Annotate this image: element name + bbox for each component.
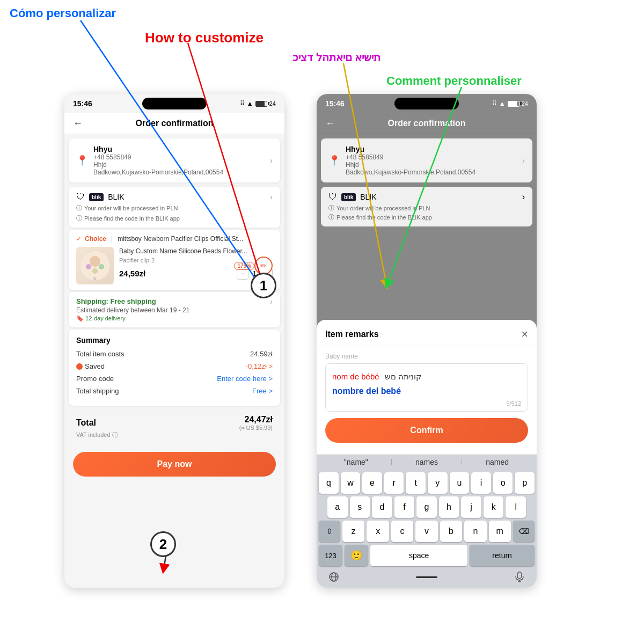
key-shift[interactable]: ⇧ xyxy=(319,521,340,542)
promo-label: Promo code xyxy=(76,375,114,383)
key-j[interactable]: j xyxy=(461,496,481,518)
key-h[interactable]: h xyxy=(439,496,459,518)
shield-icon-left: 🛡 xyxy=(76,192,85,202)
saved-label: Saved xyxy=(76,362,105,370)
vat-note-left: VAT included ⓘ xyxy=(76,431,273,439)
key-m[interactable]: m xyxy=(489,521,511,542)
check-icon-left: ✓ xyxy=(76,235,82,243)
shield-icon-right: 🛡 xyxy=(328,192,337,202)
how-to-customize-label: How to customize xyxy=(145,30,264,46)
choice-label-left: Choice xyxy=(85,235,106,243)
key-123[interactable]: 123 xyxy=(319,545,342,566)
left-phone: 15:46 ⠿ ▲ 24 ← Order confirmation 📍 Hhy xyxy=(64,94,284,588)
key-w[interactable]: w xyxy=(341,472,361,494)
key-f[interactable]: f xyxy=(394,496,415,518)
back-btn-right[interactable]: ← xyxy=(325,118,335,129)
key-s[interactable]: s xyxy=(350,496,370,518)
payment-card-left[interactable]: 🛡 blik BLIK › ⓘYour order will be proces… xyxy=(69,187,280,228)
key-i[interactable]: i xyxy=(471,472,491,494)
summary-shipping-row[interactable]: Total shipping Free > xyxy=(76,387,273,395)
status-time-right: 15:46 xyxy=(325,99,345,108)
key-t[interactable]: t xyxy=(406,472,426,494)
header-title-left: Order confirmation xyxy=(136,119,214,128)
key-v[interactable]: v xyxy=(415,521,437,542)
key-globe[interactable] xyxy=(327,570,340,583)
svg-point-8 xyxy=(99,264,104,269)
payment-card-right[interactable]: 🛡 blik BLIK › ⓘYour order will be proces… xyxy=(321,187,532,226)
address-city-left: Badkowo,Kujawsko-Pomorskie,Poland,00554 xyxy=(93,169,270,176)
key-a[interactable]: a xyxy=(327,496,348,518)
product-img-left: C xyxy=(76,247,114,284)
baby-name-input[interactable]: nom de bébé קוניתה םש nombre del bebé 9/… xyxy=(325,363,528,412)
key-e[interactable]: e xyxy=(362,472,382,494)
suggestion-1[interactable]: "name" xyxy=(321,458,391,466)
shipping-card-left[interactable]: Shipping: Free shipping Estimated delive… xyxy=(69,292,280,327)
pay-now-btn[interactable]: Pay now xyxy=(73,452,276,477)
summary-promo-row[interactable]: Promo code Enter code here > xyxy=(76,375,273,383)
confirm-btn[interactable]: Confirm xyxy=(325,418,528,443)
blik-badge-left: blik xyxy=(89,193,104,201)
svg-point-7 xyxy=(86,264,91,269)
payment-chevron-left: › xyxy=(270,193,273,201)
key-g[interactable]: g xyxy=(416,496,437,518)
modal-title: Item remarks xyxy=(325,330,379,339)
key-p[interactable]: p xyxy=(515,472,535,494)
saved-dot xyxy=(76,363,83,370)
modal-close-btn[interactable]: × xyxy=(521,327,528,341)
key-x[interactable]: x xyxy=(367,521,389,542)
key-r[interactable]: r xyxy=(384,472,404,494)
suggestion-3[interactable]: named xyxy=(462,458,532,466)
key-n[interactable]: n xyxy=(464,521,486,542)
key-d[interactable]: d xyxy=(372,496,392,518)
right-phone: 15:46 ⠿ ▲ 24 ← Order confirmation 📍 Hhyu xyxy=(317,94,537,588)
product-price-left: 24,59zł xyxy=(119,269,145,278)
key-z[interactable]: z xyxy=(342,521,364,542)
address-chevron-right: › xyxy=(522,156,525,165)
input-label: Baby name xyxy=(325,353,528,360)
product-card-left: ✓ Choice | mittsboy Newborn Pacifier Cli… xyxy=(69,230,280,290)
status-icons-right: ⠿ ▲ 24 xyxy=(492,100,528,107)
payment-note1-right: ⓘYour order will be processed in PLN xyxy=(328,204,525,212)
key-mic[interactable] xyxy=(513,570,526,583)
shipping-title-left: Shipping: Free shipping xyxy=(76,297,189,305)
payment-note2-left: ⓘPlease find the code in the BLIK app xyxy=(76,214,273,222)
saved-value: -0,12zł > xyxy=(246,362,273,370)
char-count: 9/512 xyxy=(506,400,521,407)
payment-name-right: BLIK xyxy=(360,193,376,201)
key-k[interactable]: k xyxy=(484,496,504,518)
key-y[interactable]: y xyxy=(428,472,448,494)
total-shipping-value: Free > xyxy=(252,387,273,395)
total-shipping-label: Total shipping xyxy=(76,387,119,395)
key-delete[interactable]: ⌫ xyxy=(513,521,535,542)
address-phone-right: +48 5585849 xyxy=(346,153,522,161)
shipping-est-left: Estimated delivery between Mar 19 - 21 xyxy=(76,306,189,314)
summary-saved-row[interactable]: Saved -0,12zł > xyxy=(76,362,273,370)
svg-point-6 xyxy=(90,256,100,267)
address-card-left[interactable]: 📍 Hhyu +48 5585849 Hhjd Badkowo,Kujawsko… xyxy=(69,138,280,182)
item-remarks-modal: Item remarks × Baby name nom de bébé קונ… xyxy=(317,320,537,588)
key-l[interactable]: l xyxy=(506,496,526,518)
key-space[interactable]: space xyxy=(370,545,467,566)
dynamic-island-left xyxy=(142,98,207,109)
key-emoji[interactable]: 🙂 xyxy=(345,545,368,566)
address-detail-right: Hhjd xyxy=(346,161,522,169)
summary-section-left: Summary Total item costs 24,59zł Saved -… xyxy=(69,330,280,406)
suggestion-2[interactable]: names xyxy=(392,458,462,466)
shipping-chevron-left: › xyxy=(270,297,273,306)
key-u[interactable]: u xyxy=(450,472,470,494)
key-o[interactable]: o xyxy=(493,472,513,494)
payment-chevron-right: › xyxy=(522,192,525,202)
key-return[interactable]: return xyxy=(470,545,535,566)
address-card-right[interactable]: 📍 Hhyu +48 5585849 Hhjd Badkowo,Kujawsko… xyxy=(321,138,532,182)
key-q[interactable]: q xyxy=(319,472,339,494)
address-city-right: Badkowo,Kujawsko-Pomorskie,Poland,00554 xyxy=(346,169,522,176)
comment-personnaliser-label: Comment personnaliser xyxy=(386,74,522,88)
location-icon-left: 📍 xyxy=(76,155,88,166)
step-1-circle: 1 xyxy=(251,273,276,298)
edit-btn-left[interactable]: ✏ xyxy=(254,257,273,275)
key-b[interactable]: b xyxy=(440,521,462,542)
product-name-left: Baby Custom Name Silicone Beads Flower..… xyxy=(119,247,273,256)
back-btn-left[interactable]: ← xyxy=(73,118,83,129)
key-c[interactable]: c xyxy=(391,521,413,542)
svg-point-9 xyxy=(92,268,98,274)
